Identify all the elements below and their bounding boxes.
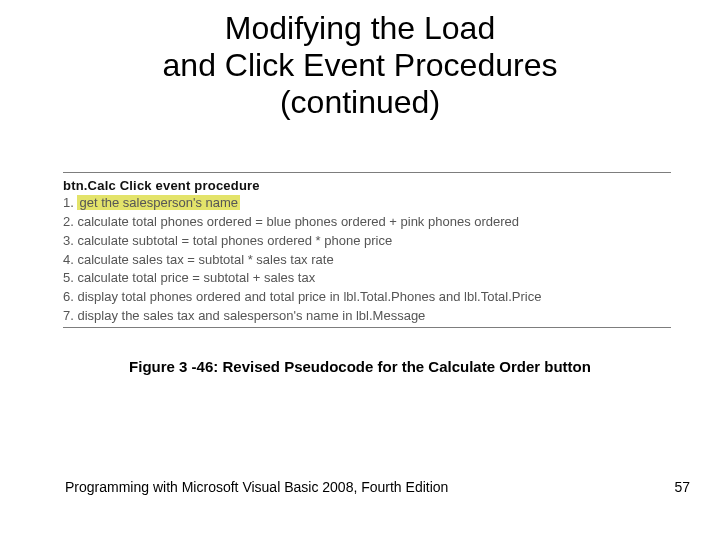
slide: Modifying the Load and Click Event Proce… <box>0 0 720 540</box>
procedure-steps: 1. get the salesperson's name 2. calcula… <box>63 194 671 326</box>
step-4: 4. calculate sales tax = subtotal * sale… <box>63 251 671 270</box>
step-6: 6. display total phones ordered and tota… <box>63 288 671 307</box>
title-line-2: and Click Event Procedures <box>163 47 558 83</box>
footer-text: Programming with Microsoft Visual Basic … <box>65 479 448 495</box>
step-3: 3. calculate subtotal = total phones ord… <box>63 232 671 251</box>
figure-caption: Figure 3 -46: Revised Pseudocode for the… <box>0 358 720 375</box>
figure-bottom-rule <box>63 327 671 328</box>
step-1-number: 1. <box>63 195 77 210</box>
title-line-1: Modifying the Load <box>225 10 495 46</box>
step-1: 1. get the salesperson's name <box>63 194 671 213</box>
step-1-text: get the salesperson's name <box>77 195 240 210</box>
step-2: 2. calculate total phones ordered = blue… <box>63 213 671 232</box>
procedure-title: btn.Calc Click event procedure <box>63 175 671 194</box>
step-5: 5. calculate total price = subtotal + sa… <box>63 269 671 288</box>
title-line-3: (continued) <box>280 84 440 120</box>
figure-top-rule <box>63 172 671 173</box>
slide-title: Modifying the Load and Click Event Proce… <box>0 10 720 120</box>
page-number: 57 <box>674 479 690 495</box>
step-7: 7. display the sales tax and salesperson… <box>63 307 671 326</box>
pseudocode-figure: btn.Calc Click event procedure 1. get th… <box>63 172 671 328</box>
